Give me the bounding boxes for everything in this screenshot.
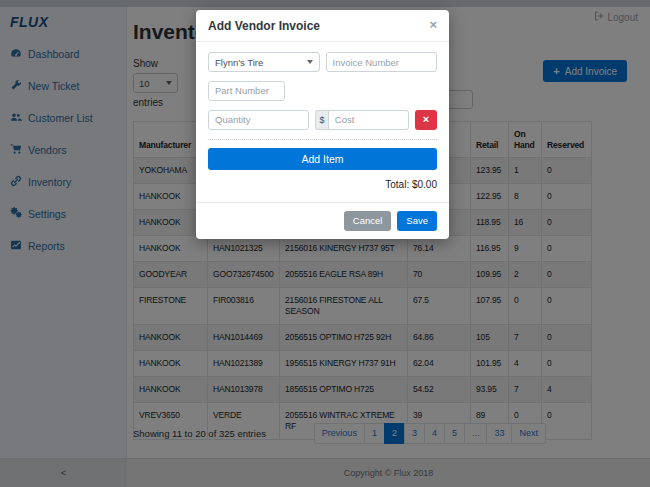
add-vendor-invoice-modal: Add Vendor Invoice × Flynn's Tire $ × Ad… xyxy=(196,10,449,239)
modal-footer: Cancel Save xyxy=(196,202,449,239)
modal-header: Add Vendor Invoice × xyxy=(196,10,449,42)
part-number-input[interactable] xyxy=(208,81,285,101)
invoice-total: Total: $0.00 xyxy=(208,179,437,190)
remove-item-button[interactable]: × xyxy=(415,110,437,130)
cost-input-group: $ xyxy=(315,110,409,130)
modal-title: Add Vendor Invoice xyxy=(208,19,320,33)
vendor-select-value: Flynn's Tire xyxy=(215,57,263,68)
vendor-select[interactable]: Flynn's Tire xyxy=(208,52,320,72)
cancel-button[interactable]: Cancel xyxy=(344,211,392,231)
dotted-divider xyxy=(208,139,437,140)
save-button[interactable]: Save xyxy=(397,211,437,231)
close-icon[interactable]: × xyxy=(429,19,437,31)
cost-input[interactable] xyxy=(328,110,409,130)
quantity-input[interactable] xyxy=(208,110,309,130)
modal-body: Flynn's Tire $ × Add Item Total: $0.00 xyxy=(196,42,449,202)
chevron-down-icon xyxy=(307,60,313,64)
invoice-number-input[interactable] xyxy=(326,52,438,72)
x-icon: × xyxy=(423,113,429,125)
currency-prefix: $ xyxy=(315,110,328,130)
add-item-button[interactable]: Add Item xyxy=(208,148,437,170)
